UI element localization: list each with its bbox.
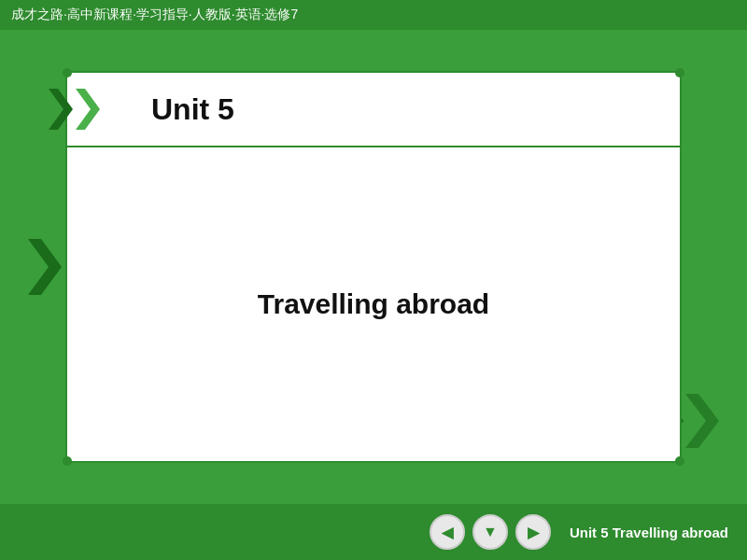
page-header: 成才之路·高中新课程·学习指导·人教版·英语·选修7 bbox=[0, 0, 747, 30]
corner-dot-bl bbox=[63, 456, 72, 466]
corner-dot-br bbox=[675, 456, 684, 466]
card-header: Unit 5 bbox=[67, 73, 680, 147]
card-body: Travelling abroad bbox=[67, 147, 680, 461]
chevron-icon-1 bbox=[28, 239, 62, 295]
next-icon: ▶ bbox=[528, 524, 539, 541]
card-chevron-icon-2 bbox=[76, 89, 100, 130]
svg-marker-0 bbox=[28, 239, 62, 295]
down-button[interactable]: ▼ bbox=[472, 514, 508, 550]
card-chevron-icon-1 bbox=[49, 89, 73, 130]
card-header-chevrons bbox=[49, 89, 100, 130]
content-card: Unit 5 Travelling abroad bbox=[65, 71, 682, 463]
down-icon: ▼ bbox=[483, 524, 498, 540]
unit-title: Unit 5 bbox=[151, 92, 234, 127]
page-footer: ◀ ▼ ▶ Unit 5 Travelling abroad bbox=[0, 504, 747, 560]
svg-marker-7 bbox=[49, 89, 73, 130]
header-title: 成才之路·高中新课程·学习指导·人教版·英语·选修7 bbox=[11, 7, 298, 23]
next-button[interactable]: ▶ bbox=[515, 514, 551, 550]
main-content: Unit 5 Travelling abroad bbox=[0, 30, 747, 504]
footer-unit-label: Unit 5 Travelling abroad bbox=[570, 525, 728, 540]
svg-marker-8 bbox=[76, 89, 100, 130]
svg-marker-6 bbox=[685, 394, 719, 448]
chevron-right-icon-4 bbox=[685, 394, 719, 448]
prev-button[interactable]: ◀ bbox=[430, 514, 465, 550]
card-subtitle: Travelling abroad bbox=[258, 288, 489, 320]
prev-icon: ◀ bbox=[442, 524, 453, 541]
footer-navigation: ◀ ▼ ▶ bbox=[430, 514, 551, 550]
